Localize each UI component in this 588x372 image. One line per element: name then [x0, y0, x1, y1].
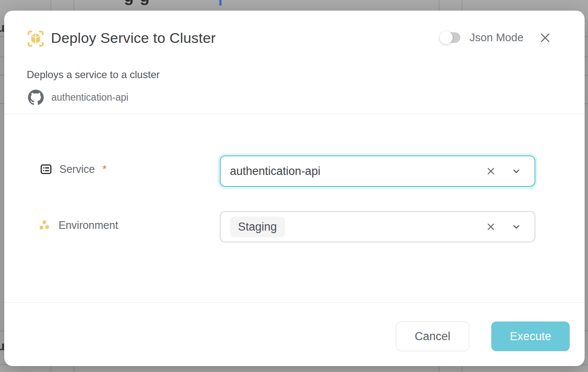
chevron-down-icon[interactable] — [511, 221, 522, 232]
combobox-controls — [485, 156, 522, 186]
cube-scan-icon — [24, 28, 47, 49]
service-combobox[interactable]: authentication-api — [220, 155, 535, 187]
cancel-button[interactable]: Cancel — [396, 321, 469, 351]
toggle-knob — [440, 31, 453, 44]
chevron-down-icon[interactable] — [511, 166, 522, 177]
background-blue-accent-bar — [219, 0, 221, 6]
clear-icon[interactable] — [485, 221, 496, 232]
close-icon[interactable] — [539, 31, 552, 44]
field-label-text: Environment — [59, 219, 118, 231]
dialog-header: Deploy Service to Cluster Json Mode — [4, 11, 585, 66]
github-icon — [28, 90, 44, 105]
repo-row: authentication-api — [28, 90, 129, 105]
dots-cluster-icon — [38, 218, 52, 232]
json-mode-label: Json Mode — [470, 31, 524, 44]
environment-combobox[interactable]: Staging — [220, 211, 535, 242]
divider — [4, 114, 585, 114]
required-asterisk: * — [102, 163, 106, 175]
environment-field-label: Environment — [38, 218, 118, 232]
service-value: authentication-api — [230, 165, 320, 178]
header-controls: Json Mode — [441, 31, 552, 44]
deploy-service-dialog: Deploy Service to Cluster Json Mode Depl… — [4, 11, 585, 366]
list-details-icon — [39, 163, 53, 176]
json-mode-toggle[interactable] — [441, 32, 460, 43]
dialog-title: Deploy Service to Cluster — [51, 30, 216, 46]
divider — [4, 302, 585, 303]
service-field-label: Service* — [39, 163, 106, 176]
clear-icon[interactable] — [485, 166, 496, 177]
background-clipped-heading: gg — [124, 0, 155, 6]
field-label-text: Service — [59, 163, 95, 175]
screen: gg u u Deploy Service to Cluster Json Mo… — [0, 0, 588, 372]
dialog-subtitle: Deploys a service to a cluster — [27, 69, 160, 81]
repo-name: authentication-api — [51, 92, 129, 103]
combobox-controls — [485, 212, 522, 242]
environment-value-chip: Staging — [230, 217, 285, 237]
execute-button[interactable]: Execute — [491, 321, 570, 351]
